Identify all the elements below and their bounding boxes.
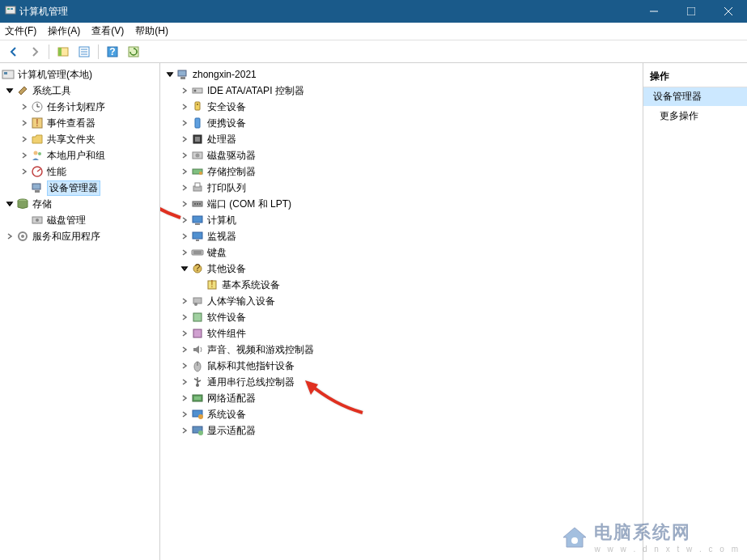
- device-label: IDE ATA/ATAPI 控制器: [207, 84, 304, 98]
- chevron-down-icon[interactable]: [5, 86, 15, 95]
- tree-performance[interactable]: 性能: [0, 163, 159, 180]
- display-icon: [191, 424, 204, 437]
- svg-rect-8: [58, 48, 62, 56]
- device-label: 存储控制器: [207, 165, 256, 179]
- device-ports[interactable]: 端口 (COM 和 LPT): [160, 196, 643, 212]
- chevron-right-icon[interactable]: [180, 248, 189, 257]
- forward-button[interactable]: [26, 43, 44, 61]
- chevron-right-icon[interactable]: [180, 361, 189, 371]
- device-storageCtl[interactable]: 存储控制器: [160, 163, 643, 180]
- chevron-down-icon[interactable]: [180, 264, 189, 274]
- device-portable[interactable]: 便携设备: [160, 115, 643, 131]
- chevron-right-icon[interactable]: [180, 329, 189, 338]
- tree-services[interactable]: 服务和应用程序: [0, 228, 159, 244]
- svg-rect-54: [195, 223, 200, 225]
- device-baseSys[interactable]: !基本系统设备: [160, 277, 643, 293]
- svg-point-33: [21, 235, 24, 238]
- tree-device-manager[interactable]: 设备管理器: [0, 180, 159, 196]
- chevron-right-icon[interactable]: [180, 215, 189, 225]
- chevron-right-icon[interactable]: [19, 118, 29, 128]
- tree-disk-management[interactable]: 磁盘管理: [0, 212, 159, 228]
- performance-icon: [31, 165, 44, 178]
- tree-system-tools[interactable]: 系统工具: [0, 83, 159, 99]
- properties-button[interactable]: [75, 43, 93, 61]
- svg-rect-67: [193, 329, 202, 337]
- chevron-right-icon[interactable]: [180, 118, 189, 128]
- device-monitor[interactable]: 监视器: [160, 228, 643, 244]
- tree-event-viewer[interactable]: ! 事件查看器: [0, 115, 159, 131]
- device-printQueue[interactable]: 打印队列: [160, 180, 643, 196]
- svg-text:!: !: [36, 117, 38, 129]
- device-mouse[interactable]: 鼠标和其他指针设备: [160, 358, 643, 374]
- more-actions-link[interactable]: 更多操作: [643, 106, 747, 126]
- device-display[interactable]: 显示适配器: [160, 422, 643, 439]
- device-security[interactable]: 安全设备: [160, 99, 643, 115]
- help-button[interactable]: ?: [104, 43, 121, 61]
- menu-file[interactable]: 文件(F): [5, 24, 36, 38]
- menu-view[interactable]: 查看(V): [91, 24, 124, 38]
- chevron-right-icon[interactable]: [180, 377, 189, 387]
- chevron-right-icon[interactable]: [180, 167, 189, 176]
- device-hid[interactable]: 人体学输入设备: [160, 293, 643, 309]
- device-network[interactable]: 网络适配器: [160, 390, 643, 406]
- chevron-right-icon[interactable]: [180, 393, 189, 403]
- menu-action[interactable]: 操作(A): [48, 24, 80, 38]
- device-softComp[interactable]: 软件组件: [160, 325, 643, 342]
- svg-rect-56: [196, 240, 199, 241]
- device-computer[interactable]: 计算机: [160, 212, 643, 228]
- device-sysDev[interactable]: 系统设备: [160, 406, 643, 422]
- left-tree-pane: 计算机管理(本地) 系统工具 任务计划程序 ! 事件查看器 共享文件夹: [0, 63, 160, 560]
- chevron-right-icon[interactable]: [19, 102, 29, 112]
- chevron-right-icon[interactable]: [180, 312, 189, 322]
- maximize-button[interactable]: [673, 0, 710, 23]
- device-host[interactable]: zhongxin-2021: [160, 66, 643, 83]
- chevron-right-icon[interactable]: [19, 151, 29, 160]
- menubar: 文件(F) 操作(A) 查看(V) 帮助(H): [0, 23, 747, 40]
- chevron-right-icon[interactable]: [5, 231, 15, 241]
- minimize-button[interactable]: [635, 0, 673, 23]
- device-processor[interactable]: 处理器: [160, 131, 643, 147]
- diskDrive-icon: [191, 149, 204, 162]
- device-keyboard[interactable]: 键盘: [160, 244, 643, 261]
- device-softDev[interactable]: 软件设备: [160, 309, 643, 325]
- chevron-right-icon[interactable]: [180, 151, 189, 160]
- tree-task-scheduler[interactable]: 任务计划程序: [0, 99, 159, 115]
- show-hide-button[interactable]: [54, 43, 72, 61]
- chevron-right-icon[interactable]: [180, 296, 189, 306]
- tree-storage[interactable]: 存储: [0, 196, 159, 212]
- chevron-down-icon[interactable]: [165, 70, 175, 79]
- device-usb[interactable]: 通用串行总线控制器: [160, 374, 643, 390]
- close-button[interactable]: [710, 0, 747, 23]
- device-diskDrive[interactable]: 磁盘驱动器: [160, 147, 643, 163]
- device-label: 软件组件: [207, 327, 246, 341]
- chevron-right-icon[interactable]: [180, 409, 189, 419]
- chevron-right-icon[interactable]: [180, 86, 189, 95]
- mouse-icon: [191, 359, 204, 372]
- chevron-right-icon[interactable]: [19, 167, 29, 176]
- host-icon: [176, 68, 189, 81]
- back-button[interactable]: [5, 43, 23, 61]
- refresh-button[interactable]: [125, 43, 142, 61]
- chevron-right-icon[interactable]: [180, 134, 189, 144]
- device-label: 处理器: [207, 133, 236, 146]
- device-ide[interactable]: IDE ATA/ATAPI 控制器: [160, 83, 643, 99]
- chevron-right-icon[interactable]: [180, 102, 189, 112]
- chevron-right-icon[interactable]: [19, 134, 29, 144]
- device-sound[interactable]: 声音、视频和游戏控制器: [160, 342, 643, 358]
- watermark-logo-icon: [560, 523, 589, 552]
- chevron-right-icon[interactable]: [180, 426, 189, 435]
- svg-point-24: [38, 152, 41, 155]
- chevron-right-icon[interactable]: [180, 231, 189, 241]
- svg-point-80: [571, 537, 578, 544]
- chevron-right-icon[interactable]: [180, 199, 189, 209]
- device-otherDevices[interactable]: ?其他设备: [160, 261, 643, 277]
- tree-shared-folders[interactable]: 共享文件夹: [0, 131, 159, 147]
- tree-local-users[interactable]: 本地用户和组: [0, 147, 159, 163]
- device-manager-icon: [31, 181, 44, 194]
- chevron-right-icon[interactable]: [180, 345, 189, 354]
- chevron-right-icon[interactable]: [180, 183, 189, 193]
- menu-help[interactable]: 帮助(H): [135, 24, 168, 38]
- tree-root[interactable]: 计算机管理(本地): [0, 66, 159, 83]
- chevron-down-icon[interactable]: [5, 199, 15, 209]
- svg-point-39: [197, 104, 198, 105]
